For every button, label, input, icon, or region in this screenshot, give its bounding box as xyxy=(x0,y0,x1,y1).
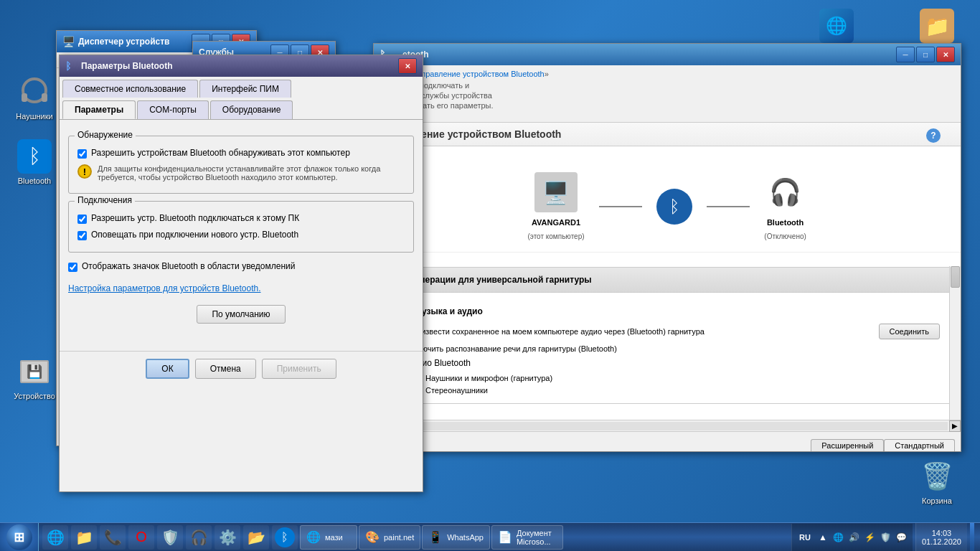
line2 xyxy=(707,206,750,207)
apply-btn[interactable]: Применить xyxy=(262,359,336,379)
paint-label: paint.net xyxy=(384,533,414,542)
tab-standard[interactable]: Стандартный xyxy=(884,439,955,451)
notif-check[interactable] xyxy=(68,263,77,272)
bt-main-controls: ─ □ ✕ xyxy=(896,47,955,62)
taskbar: ⊞ 🌐 📁 📞 O 🛡️ 🎧 ⚙️ xyxy=(0,522,980,551)
tray-area: RU ▲ 🌐 🔊 ⚡ 🛡️ 💬 xyxy=(791,524,913,551)
taskbar-opera[interactable]: O xyxy=(128,525,154,550)
taskbar-chrome[interactable]: 🌐 xyxy=(42,525,68,550)
audio-bt-expand[interactable]: ⊖ Аудио Bluetooth xyxy=(395,357,940,369)
bluetooth-main-window: ᛒ ...etooth ─ □ ✕ ...аздел «Управление у… xyxy=(373,43,961,452)
desktop-icon-device[interactable]: 💾 Устройство xyxy=(6,352,63,403)
dm-icon: 🖥️ xyxy=(62,36,74,47)
tab-params[interactable]: Параметры xyxy=(62,100,136,119)
bt-main-titlebar: ᛒ ...etooth ─ □ ✕ xyxy=(374,44,961,65)
tab-com[interactable]: COM-порты xyxy=(137,100,209,119)
tab-pim[interactable]: Интерфейс ПИМ xyxy=(199,80,291,98)
svg-rect-2 xyxy=(42,93,47,102)
bt-settings-titlebar: ᛒ Параметры Bluetooth ✕ xyxy=(60,55,423,77)
speech-text: Включить распознавание речи для гарнитур… xyxy=(408,344,617,353)
desktop-icon-bluetooth[interactable]: ᛒ Bluetooth xyxy=(6,136,63,188)
bt-dialog-icon: ᛒ xyxy=(65,60,77,72)
taskbar-security[interactable]: 🛡️ xyxy=(157,525,183,550)
music-option-text: Воспроизвести сохраненное на моем компью… xyxy=(395,327,879,336)
tray-security2[interactable]: 🛡️ xyxy=(880,531,892,544)
tray-battery[interactable]: ⚡ xyxy=(864,531,877,544)
taskbar-doc[interactable]: 📄 ДокументMicroso... xyxy=(491,525,563,550)
conn-check2-row: Оповещать при подключении нового устр. B… xyxy=(77,230,405,240)
discovery-title: Обнаружение xyxy=(75,130,136,140)
warning-icon: ! xyxy=(77,164,92,179)
show-desktop-btn[interactable] xyxy=(970,523,974,552)
taskbar-settings[interactable]: ⚙️ xyxy=(215,525,240,550)
device-icon: 💾 xyxy=(17,354,52,389)
desktop-icon-recycle[interactable]: 🗑️ Корзина xyxy=(908,456,966,508)
tab-equipment[interactable]: Оборудование xyxy=(210,100,293,119)
bt-dialog-content: Обнаружение Разрешить устройствам Blueto… xyxy=(60,120,423,344)
bt-device-diagram: 🖥️ AVANGARD1 (этот компьютер) ᛒ 🎧 Blueto… xyxy=(374,161,961,253)
bt-main-header: Управление устройством Bluetooth ? xyxy=(374,123,961,146)
tab-equipment-label: Оборудование xyxy=(222,105,281,115)
bt-dialog-title: Параметры Bluetooth xyxy=(81,61,172,71)
default-btn-container: По умолчанию xyxy=(68,305,414,324)
bt-scrollbar[interactable] xyxy=(949,266,961,435)
tab-com-label: COM-порты xyxy=(149,105,197,115)
taskbar-whatsapp[interactable]: 📱 WhatsApp xyxy=(422,525,490,550)
music-option-row: Воспроизвести сохраненное на моем компью… xyxy=(395,324,940,339)
connect-btn[interactable]: Соединить xyxy=(879,324,941,339)
start-button[interactable]: ⊞ xyxy=(0,523,39,552)
taskbar-viber[interactable]: 📞 xyxy=(100,525,126,550)
bt-dialog-close[interactable]: ✕ xyxy=(398,58,417,74)
stereo-text: Стереонаушники xyxy=(425,386,488,395)
taskbar-files[interactable]: 📂 xyxy=(243,525,269,550)
bt-main-min[interactable]: ─ xyxy=(896,47,915,62)
tray-volume[interactable]: 🔊 xyxy=(848,531,861,544)
cancel-btn[interactable]: Отмена xyxy=(195,359,256,379)
bt-desktop-icon: ᛒ xyxy=(17,139,52,174)
taskbar-mazi[interactable]: 🌐 мази xyxy=(300,525,357,550)
music-label: Музыка и аудио xyxy=(415,306,483,316)
discovery-group: Обнаружение Разрешить устройствам Blueto… xyxy=(68,136,414,194)
line1 xyxy=(599,206,642,207)
tray-arrow[interactable]: ▲ xyxy=(816,531,829,544)
tray-msg[interactable]: 💬 xyxy=(895,531,908,544)
stereo-row: Стереонаушники xyxy=(412,385,940,395)
taskbar-headset[interactable]: 🎧 xyxy=(186,525,212,550)
bt-tab-bar: Совместное использование Интерфейс ПИМ xyxy=(60,77,423,98)
recycle-label: Корзина xyxy=(922,496,952,505)
bt-main-close[interactable]: ✕ xyxy=(936,47,955,62)
headphones-mic-text: Наушники и микрофон (гарнитура) xyxy=(425,374,552,382)
taskbar-explorer[interactable]: 📁 xyxy=(71,525,97,550)
scroll-thumb[interactable] xyxy=(951,266,960,288)
bt-headphone-device: 🎧 Bluetooth (Отключено) xyxy=(764,172,807,240)
bt-device-name: Bluetooth xyxy=(767,218,804,227)
desktop-icon-headphones[interactable]: Наушники xyxy=(6,72,63,123)
dialog-buttons: ОК Отмена Применить xyxy=(60,351,423,386)
start-orb: ⊞ xyxy=(6,524,32,550)
apple-icon: 📁 xyxy=(920,9,954,43)
bt-main-max[interactable]: □ xyxy=(916,47,935,62)
conn-check1[interactable] xyxy=(77,215,87,224)
default-btn[interactable]: По умолчанию xyxy=(197,305,285,324)
lang-indicator[interactable]: RU xyxy=(796,533,814,542)
bt-device-status: (Отключено) xyxy=(764,232,806,240)
tab-extended[interactable]: Расширенный xyxy=(811,439,884,451)
bt-settings-dialog: ᛒ Параметры Bluetooth ✕ Совместное испол… xyxy=(59,55,423,492)
bt-tab-bar2: Параметры COM-порты Оборудование xyxy=(60,98,423,120)
tray-network[interactable]: 🌐 xyxy=(832,531,845,544)
ok-btn[interactable]: ОК xyxy=(146,359,189,379)
svg-rect-1 xyxy=(22,93,27,102)
settings-link[interactable]: Настройка параметров для устройств Bluet… xyxy=(68,283,261,293)
clock[interactable]: 14:03 01.12.2020 xyxy=(915,523,967,552)
discovery-check1[interactable] xyxy=(77,149,87,159)
help-btn[interactable]: ? xyxy=(926,128,941,143)
connections-group: Подключения Разрешить устр. Bluetooth по… xyxy=(68,201,414,253)
conn-check1-label: Разрешить устр. Bluetooth подключаться к… xyxy=(91,213,299,223)
conn-check2[interactable] xyxy=(77,231,87,240)
speech-row: Включить распознавание речи для гарнитур… xyxy=(395,344,940,353)
taskbar-bt[interactable]: ᛒ xyxy=(272,525,298,550)
tab-sharing[interactable]: Совместное использование xyxy=(62,80,198,98)
taskbar-paint[interactable]: 🎨 paint.net xyxy=(359,525,420,550)
date: 01.12.2020 xyxy=(922,537,961,546)
mazi-label: мази xyxy=(325,533,343,542)
